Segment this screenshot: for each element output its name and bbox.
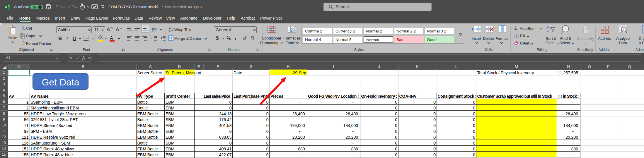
- svg-text:→0: →0: [251, 38, 255, 40]
- svg-text:.00: .00: [243, 38, 246, 40]
- svg-text:A: A: [546, 25, 549, 30]
- svg-text:ab: ab: [151, 27, 156, 31]
- svg-text:Z: Z: [547, 29, 549, 33]
- svg-text:c: c: [168, 29, 170, 32]
